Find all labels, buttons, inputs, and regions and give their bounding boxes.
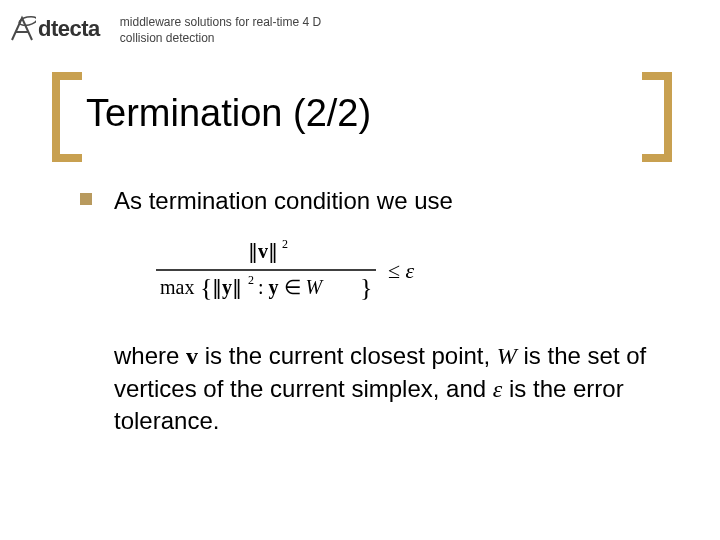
f-rbrace: }	[360, 273, 372, 302]
termination-formula: ‖v‖ 2 max { ‖y‖ 2 : y ∈ W } ≤ ε	[148, 238, 660, 316]
f-in: ∈	[279, 276, 306, 298]
svg-text:≤ ε: ≤ ε	[388, 258, 415, 283]
header-subtitle: middleware solutions for real-time 4 D c…	[120, 14, 340, 46]
slide-title: Termination (2/2)	[86, 92, 371, 135]
f-lbrace: {	[200, 273, 212, 302]
f-den-r: ‖	[232, 276, 242, 299]
header: dtecta middleware solutions for real-tim…	[0, 0, 720, 46]
body-paragraph: where v is the current closest point, W …	[114, 340, 654, 437]
f-colon: :	[258, 276, 269, 298]
f-den-W: W	[306, 276, 325, 298]
body-pre: where	[114, 342, 186, 369]
f-num-v: v	[258, 240, 268, 262]
svg-text:: y ∈ W: : y ∈ W	[258, 276, 325, 299]
f-num-exp: 2	[282, 238, 288, 251]
var-W: W	[497, 343, 517, 369]
bracket-left-decoration	[52, 72, 82, 162]
svg-text:‖y‖: ‖y‖	[212, 276, 242, 299]
bullet-text: As termination condition we use	[114, 185, 453, 216]
f-num-r: ‖	[268, 240, 278, 263]
logo-text: dtecta	[38, 16, 100, 42]
svg-text:‖v‖: ‖v‖	[248, 240, 278, 263]
bullet-item: As termination condition we use	[80, 185, 660, 216]
body-mid1: is the current closest point,	[198, 342, 497, 369]
f-den-y: y	[222, 276, 232, 299]
f-leq: ≤	[388, 258, 406, 283]
f-den-l: ‖	[212, 276, 222, 299]
logo-icon	[8, 14, 36, 44]
f-den-exp: 2	[248, 273, 254, 287]
var-eps: ε	[493, 376, 502, 402]
content-area: As termination condition we use ‖v‖ 2 ma…	[80, 185, 660, 437]
bullet-icon	[80, 193, 92, 205]
f-eps: ε	[406, 258, 415, 283]
logo: dtecta	[8, 14, 100, 44]
f-den-y2: y	[269, 276, 279, 299]
f-max: max	[160, 276, 194, 298]
bracket-right-decoration	[642, 72, 672, 162]
var-v: v	[186, 343, 198, 369]
f-num-l: ‖	[248, 240, 258, 263]
svg-text:max: max	[160, 276, 194, 298]
